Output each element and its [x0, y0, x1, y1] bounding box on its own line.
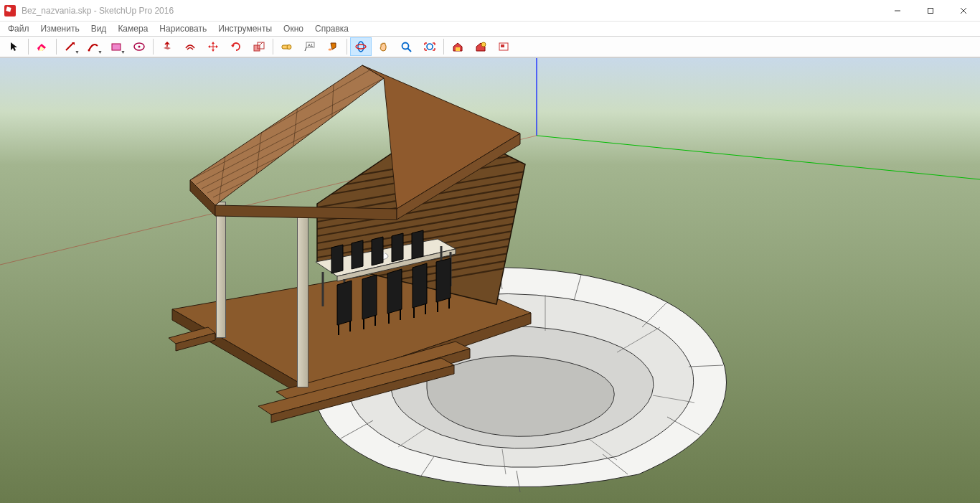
svg-point-19 — [402, 43, 409, 50]
zoom-extents-tool[interactable] — [419, 37, 440, 56]
rotate-tool[interactable] — [225, 37, 247, 56]
title-bar: Bez_nazvania.skp - SketchUp Pro 2016 — [0, 0, 980, 22]
svg-line-88 — [204, 68, 373, 166]
pan-tool[interactable] — [373, 37, 395, 56]
menu-window[interactable]: Окно — [278, 22, 308, 35]
warehouse-tool[interactable] — [447, 37, 468, 56]
select-tool[interactable] — [4, 37, 25, 56]
svg-rect-5 — [112, 44, 121, 50]
separator — [28, 39, 29, 55]
text-tool[interactable]: A1 — [299, 37, 321, 56]
svg-rect-22 — [456, 47, 460, 51]
app-icon — [4, 5, 16, 17]
zoom-tool[interactable] — [396, 37, 418, 56]
svg-point-23 — [481, 42, 486, 47]
separator — [347, 39, 347, 55]
svg-text:A1: A1 — [308, 43, 314, 47]
svg-line-84 — [196, 87, 384, 184]
menu-edit[interactable]: Изменить — [36, 22, 85, 35]
svg-point-13 — [287, 45, 291, 50]
shape-tool[interactable]: ▼ — [105, 37, 127, 56]
svg-line-85 — [202, 95, 384, 189]
viewport-3d[interactable] — [0, 57, 980, 503]
line-tool[interactable]: ▼ — [60, 37, 81, 56]
svg-rect-10 — [254, 45, 260, 51]
menu-camera[interactable]: Камера — [113, 22, 153, 35]
separator — [273, 39, 273, 55]
pushpull-tool[interactable] — [156, 37, 178, 56]
move-tool[interactable] — [202, 37, 224, 56]
separator — [443, 39, 444, 55]
menu-view[interactable]: Вид — [86, 22, 112, 35]
offset-tool[interactable] — [179, 37, 201, 56]
svg-point-16 — [329, 49, 332, 51]
svg-rect-1 — [928, 8, 933, 13]
scene-3d — [0, 58, 980, 503]
circle-tool[interactable] — [128, 37, 150, 56]
separator — [153, 39, 154, 55]
svg-point-17 — [358, 42, 364, 52]
svg-point-4 — [88, 50, 90, 52]
orbit-tool[interactable] — [350, 37, 372, 56]
tape-tool[interactable] — [276, 37, 298, 56]
svg-line-20 — [408, 49, 412, 52]
scale-tool[interactable] — [248, 37, 270, 56]
ext-warehouse-tool[interactable] — [470, 37, 491, 56]
menu-help[interactable]: Справка — [310, 22, 354, 35]
minimize-button[interactable] — [881, 0, 914, 21]
eraser-tool[interactable] — [32, 37, 53, 56]
close-button[interactable] — [947, 0, 980, 21]
window-controls — [881, 0, 980, 21]
menu-bar: Файл Изменить Вид Камера Нарисовать Инст… — [0, 22, 980, 36]
layout-tool[interactable] — [493, 37, 514, 56]
arc-tool[interactable]: ▼ — [83, 37, 104, 56]
separator — [56, 39, 57, 55]
menu-file[interactable]: Файл — [3, 22, 34, 35]
maximize-button[interactable] — [914, 0, 947, 21]
svg-rect-25 — [501, 44, 504, 47]
svg-point-18 — [356, 44, 366, 49]
menu-tools[interactable]: Инструменты — [213, 22, 277, 35]
menu-draw[interactable]: Нарисовать — [154, 22, 212, 35]
paint-tool[interactable] — [322, 37, 344, 56]
svg-point-7 — [138, 46, 141, 48]
svg-point-21 — [427, 44, 433, 50]
window-title: Bez_nazvania.skp - SketchUp Pro 2016 — [22, 6, 174, 16]
main-toolbar: ▼ ▼ ▼ A1 — [0, 36, 980, 57]
pavilion-roof — [183, 65, 542, 245]
svg-line-83 — [190, 78, 384, 180]
